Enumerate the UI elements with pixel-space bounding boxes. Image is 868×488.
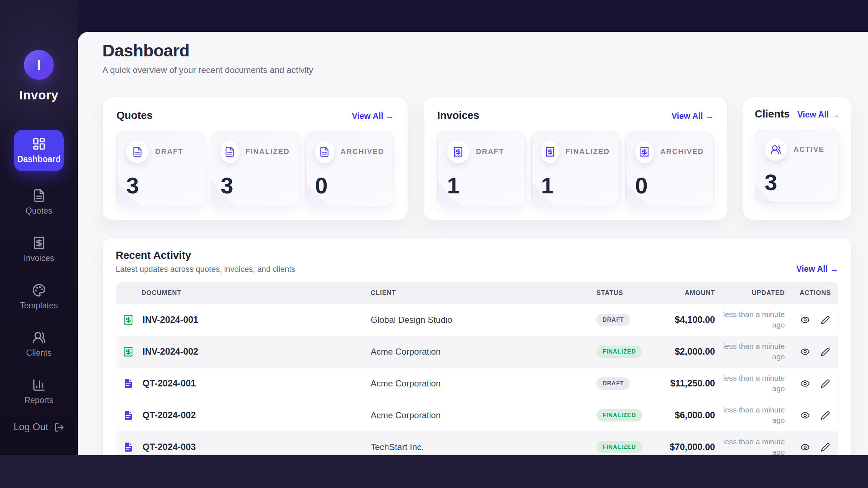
sidebar: I Invory Dashboard Quotes Invoices Templ… [0, 0, 78, 455]
receipt-icon [123, 346, 134, 357]
sidebar-item-invoices[interactable]: Invoices [14, 231, 64, 268]
edit-row-button[interactable] [821, 379, 830, 388]
amount-value: $70,000.00 [653, 442, 720, 452]
stat-value: 1 [541, 174, 610, 197]
status-badge: FINALIZED [596, 409, 642, 421]
table-header-row: DOCUMENT CLIENT STATUS AMOUNT UPDATED AC… [116, 282, 838, 304]
stat-tile-clients-active: ACTIVE 3 [755, 129, 839, 203]
sidebar-item-label: Quotes [25, 206, 52, 216]
edit-row-button[interactable] [821, 347, 830, 356]
column-header-status: STATUS [586, 289, 653, 297]
page-subtitle: A quick overview of your recent document… [102, 64, 852, 76]
table-row[interactable]: QT-2024-003 TechStart Inc. FINALIZED $70… [116, 431, 838, 455]
client-name: Acme Corporation [362, 347, 586, 357]
log-out-icon [54, 422, 64, 432]
updated-time: less than a minute ago [720, 405, 785, 425]
receipt-icon [32, 236, 46, 250]
view-row-button[interactable] [800, 379, 810, 388]
receipt-icon [453, 146, 464, 157]
status-badge: DRAFT [596, 377, 630, 390]
brand-logo: I [24, 50, 54, 80]
clients-view-all-link[interactable]: View All → [797, 110, 839, 120]
document-id: QT-2024-003 [142, 442, 196, 452]
logout-label: Log Out [13, 421, 48, 433]
table-row[interactable]: QT-2024-001 Acme Corporation DRAFT $11,2… [116, 368, 838, 399]
view-row-button[interactable] [800, 315, 810, 325]
amount-value: $11,250.00 [653, 378, 720, 389]
updated-time: less than a minute ago [720, 309, 785, 330]
users-icon [32, 331, 46, 344]
file-text-icon [123, 442, 134, 453]
sidebar-item-label: Invoices [24, 253, 54, 263]
edit-row-button[interactable] [821, 442, 830, 452]
sidebar-nav: Dashboard Quotes Invoices Templates Clie… [0, 130, 78, 420]
receipt-icon [639, 146, 650, 157]
recent-activity-title: Recent Activity [116, 249, 295, 261]
logout-button[interactable]: Log Out [13, 421, 64, 433]
column-header-doc: DOCUMENT [116, 289, 362, 297]
invoices-view-all-link[interactable]: View All → [672, 111, 714, 121]
file-text-icon [224, 146, 235, 157]
stat-value: 3 [221, 174, 290, 197]
sidebar-item-label: Templates [20, 301, 58, 311]
updated-time: less than a minute ago [720, 341, 785, 362]
sidebar-item-dashboard[interactable]: Dashboard [14, 130, 64, 171]
bar-chart-icon [32, 378, 46, 392]
amount-value: $2,000.00 [653, 346, 720, 357]
table-row[interactable]: QT-2024-002 Acme Corporation FINALIZED $… [116, 399, 838, 431]
stat-label: DRAFT [155, 147, 183, 156]
quotes-view-all-link[interactable]: View All → [352, 111, 394, 121]
stat-label: ACTIVE [793, 145, 824, 154]
recent-activity-card: Recent Activity Latest updates across qu… [102, 237, 852, 455]
sidebar-item-label: Clients [26, 348, 51, 358]
document-id: INV-2024-001 [142, 314, 198, 325]
table-row[interactable]: INV-2024-001 Global Design Studio DRAFT … [116, 304, 838, 336]
column-header-actions: ACTIONS [792, 289, 838, 297]
app-window: I Invory Dashboard Quotes Invoices Templ… [0, 0, 868, 488]
page-title: Dashboard [102, 40, 852, 61]
stat-tile-invoices-archived: ARCHIVED 0 [625, 131, 714, 206]
brand-initial: I [37, 57, 41, 73]
sidebar-item-reports[interactable]: Reports [14, 373, 64, 410]
summary-cards-row: Quotes View All → DRAFT 3 FINALIZED [102, 97, 852, 220]
sidebar-item-label: Dashboard [17, 154, 60, 164]
status-badge: FINALIZED [596, 346, 642, 358]
main-panel: Dashboard A quick overview of your recen… [78, 32, 868, 455]
sidebar-item-label: Reports [24, 395, 54, 405]
client-name: Acme Corporation [362, 378, 586, 389]
file-text-icon [32, 189, 46, 202]
summary-card-title: Clients [755, 108, 790, 120]
sidebar-item-quotes[interactable]: Quotes [14, 184, 64, 221]
edit-row-button[interactable] [821, 315, 830, 325]
document-id: QT-2024-002 [142, 410, 196, 420]
stat-tile-quotes-draft: DRAFT 3 [116, 131, 205, 206]
table-body: INV-2024-001 Global Design Studio DRAFT … [116, 304, 838, 455]
stat-value: 3 [126, 174, 195, 197]
view-row-button[interactable] [800, 347, 810, 356]
amount-value: $4,100.00 [653, 314, 720, 325]
summary-card-quotes: Quotes View All → DRAFT 3 FINALIZED [102, 97, 408, 220]
recent-activity-view-all-link[interactable]: View All → [796, 264, 838, 274]
stat-label: FINALIZED [566, 147, 610, 156]
table-row[interactable]: INV-2024-002 Acme Corporation FINALIZED … [116, 336, 838, 368]
sidebar-item-clients[interactable]: Clients [14, 326, 64, 363]
view-row-button[interactable] [800, 411, 810, 420]
document-id: QT-2024-001 [142, 378, 196, 389]
sidebar-item-templates[interactable]: Templates [14, 278, 64, 316]
updated-time: less than a minute ago [720, 437, 785, 455]
file-text-icon [319, 146, 330, 157]
stat-tile-invoices-finalized: FINALIZED 1 [531, 131, 620, 206]
stat-label: ARCHIVED [341, 147, 384, 156]
updated-time: less than a minute ago [720, 373, 785, 394]
file-text-icon [132, 146, 143, 157]
document-id: INV-2024-002 [142, 346, 198, 357]
recent-activity-subtitle: Latest updates across quotes, invoices, … [116, 265, 295, 274]
recent-activity-header: Recent Activity Latest updates across qu… [116, 249, 838, 274]
edit-row-button[interactable] [821, 411, 830, 420]
summary-card-title: Invoices [437, 110, 479, 121]
receipt-icon [545, 146, 556, 157]
layout-dashboard-icon [32, 137, 46, 151]
stat-tile-invoices-draft: DRAFT 1 [437, 131, 526, 206]
stat-value: 3 [765, 171, 830, 194]
view-row-button[interactable] [800, 442, 810, 452]
